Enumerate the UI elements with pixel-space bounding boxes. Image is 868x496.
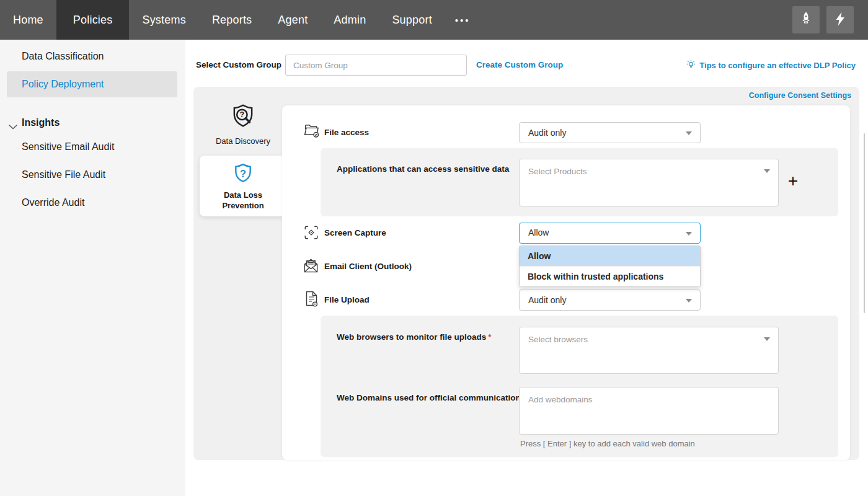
screen-capture-value: Allow (528, 228, 549, 237)
file-upload-icon (304, 290, 319, 310)
select-browsers-placeholder: Select browsers (520, 327, 778, 344)
vertical-scrollbar[interactable] (864, 133, 865, 313)
web-domains-label: Web Domains used for official communicat… (337, 393, 525, 402)
web-domains-hint: Press [ Enter ] key to add each valid we… (520, 439, 695, 448)
nav-item-systems[interactable]: Systems (129, 0, 198, 40)
nav-item-home[interactable]: Home (0, 0, 56, 40)
chevron-down-icon (764, 169, 770, 173)
left-sidebar: Data Classification Policy Deployment In… (0, 40, 185, 496)
select-products-multiselect[interactable]: Select Products (519, 159, 779, 206)
upload-monitor-subpanel: Web browsers to monitor file uploads* Se… (321, 316, 838, 457)
lightbulb-icon (686, 60, 696, 71)
select-products-placeholder: Select Products (520, 159, 778, 176)
email-client-label: Email Client (Outlook) (324, 262, 412, 271)
sidebar-item-override-audit[interactable]: Override Audit (22, 197, 84, 208)
chevron-down-icon (686, 232, 692, 236)
email-client-icon (303, 257, 319, 277)
screen-capture-icon (303, 224, 319, 243)
dlp-tips-link[interactable]: Tips to configure an effective DLP Polic… (686, 55, 856, 76)
rocket-icon (798, 11, 814, 29)
dlp-settings-card: File access Audit only Applications that… (282, 105, 850, 460)
required-asterisk: * (488, 332, 491, 342)
custom-group-input[interactable] (285, 55, 467, 76)
file-access-value: Audit only (528, 128, 566, 138)
quick-launch-button[interactable] (792, 6, 820, 33)
tab-label: Data Loss Prevention (216, 190, 270, 211)
web-browsers-label: Web browsers to monitor file uploads* (337, 332, 492, 342)
dlp-shield-icon: ? (231, 177, 255, 188)
sidebar-item-data-classification[interactable]: Data Classification (22, 51, 104, 62)
tab-data-discovery[interactable]: ? Data Discovery (200, 103, 286, 146)
create-custom-group-link[interactable]: Create Custom Group (476, 55, 563, 76)
file-access-label: File access (324, 128, 369, 137)
nav-item-reports[interactable]: Reports (199, 0, 265, 40)
sidebar-item-label: Policy Deployment (7, 71, 177, 97)
web-domains-input[interactable]: Add webdomains (519, 387, 779, 435)
option-block-within-trusted-applications[interactable]: Block within trusted applications (520, 266, 700, 286)
file-access-dropdown[interactable]: Audit only (519, 122, 701, 143)
dlp-policy-panel: Configure Consent Settings ? Data Discov… (193, 87, 859, 460)
tab-data-loss-prevention[interactable]: ? Data Loss Prevention (200, 156, 286, 216)
screen-capture-dropdown[interactable]: Allow (519, 223, 701, 244)
notifications-button[interactable] (826, 6, 854, 33)
nav-item-policies[interactable]: Policies (56, 0, 130, 40)
applications-label: Applications that can access sensitive d… (337, 164, 509, 174)
svg-text:?: ? (240, 110, 245, 119)
screen-capture-options-menu: Allow Block within trusted applications (519, 246, 701, 287)
option-allow[interactable]: Allow (520, 246, 700, 266)
tab-label: Data Discovery (200, 136, 286, 146)
configure-consent-settings-link[interactable]: Configure Consent Settings (749, 89, 851, 102)
nav-item-support[interactable]: Support (379, 0, 445, 40)
web-domains-placeholder: Add webdomains (520, 388, 778, 404)
chevron-down-icon (686, 131, 692, 135)
sidebar-item-sensitive-file-audit[interactable]: Sensitive File Audit (22, 169, 105, 180)
applications-subpanel: Applications that can access sensitive d… (321, 148, 838, 216)
nav-right-actions (792, 0, 868, 40)
select-custom-group-label: Select Custom Group (196, 55, 281, 76)
nav-item-admin[interactable]: Admin (321, 0, 379, 40)
chevron-down-icon (764, 337, 770, 341)
sidebar-item-policy-deployment[interactable]: Policy Deployment (7, 71, 177, 97)
data-discovery-icon: ? (229, 123, 257, 133)
dlp-tips-label: Tips to configure an effective DLP Polic… (699, 61, 856, 70)
sidebar-item-sensitive-email-audit[interactable]: Sensitive Email Audit (22, 141, 114, 153)
screen-capture-label: Screen Capture (324, 228, 386, 237)
chevron-down-icon (686, 299, 692, 303)
sidebar-section-insights[interactable]: Insights (22, 117, 60, 128)
file-upload-label: File Upload (324, 295, 370, 304)
select-browsers-multiselect[interactable]: Select browsers (519, 327, 779, 374)
file-upload-dropdown[interactable]: Audit only (519, 290, 701, 311)
nav-item-agent[interactable]: Agent (265, 0, 321, 40)
lightning-icon (834, 11, 846, 29)
nav-more-menu[interactable]: ••• (445, 0, 480, 40)
file-access-icon (303, 122, 321, 142)
top-navigation: Home Policies Systems Reports Agent Admi… (0, 0, 868, 40)
chevron-down-icon[interactable] (9, 121, 17, 132)
add-application-button[interactable]: + (784, 173, 802, 190)
file-upload-value: Audit only (528, 295, 566, 305)
svg-text:?: ? (240, 168, 246, 179)
